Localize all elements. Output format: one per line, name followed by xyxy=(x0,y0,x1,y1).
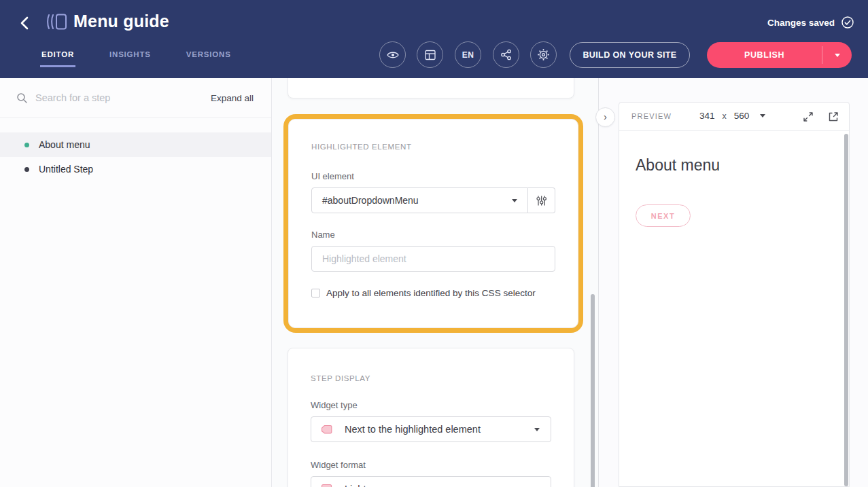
preview-size-separator: x xyxy=(723,111,727,121)
highlighted-element-card-outline: HIGHLIGHTED ELEMENT UI element #aboutDro… xyxy=(283,114,583,333)
preview-next-button[interactable]: NEXT xyxy=(636,204,691,227)
preview-eye-button[interactable] xyxy=(379,41,406,68)
step-item-about-menu[interactable]: About menu xyxy=(0,132,271,157)
expand-diagonal-icon xyxy=(802,111,814,123)
tune-sliders-icon xyxy=(535,194,548,207)
publish-label[interactable]: PUBLISH xyxy=(707,42,822,68)
apply-all-row: Apply to all elements identified by this… xyxy=(311,288,555,298)
share-icon xyxy=(500,48,513,61)
gear-icon xyxy=(537,48,550,61)
ui-element-label: UI element xyxy=(311,171,555,181)
preview-header: PREVIEW 341 x 560 xyxy=(619,103,849,131)
page-title: Menu guide xyxy=(73,12,169,31)
guide-logo-icon xyxy=(46,12,68,31)
chevron-down-icon xyxy=(512,199,517,202)
apply-all-label: Apply to all elements identified by this… xyxy=(326,288,536,298)
collapse-preview-button[interactable]: › xyxy=(595,107,615,127)
card-heading: HIGHLIGHTED ELEMENT xyxy=(311,143,555,151)
highlighted-element-card: HIGHLIGHTED ELEMENT UI element #aboutDro… xyxy=(288,119,578,328)
step-status-dot xyxy=(24,167,29,172)
step-display-card: STEP DISPLAY Widget type Next to the hig… xyxy=(288,348,574,487)
tooltip-widget-icon xyxy=(319,422,334,437)
preview-actions xyxy=(802,111,839,123)
publish-button[interactable]: PUBLISH xyxy=(707,42,852,68)
preview-size-select[interactable]: 341 x 560 xyxy=(699,111,765,121)
name-label: Name xyxy=(311,230,555,240)
card-heading: STEP DISPLAY xyxy=(311,374,551,382)
widget-type-label: Widget type xyxy=(311,400,551,410)
preview-scrollbar-thumb[interactable] xyxy=(844,134,848,486)
preview-width-value: 341 xyxy=(699,111,715,121)
widget-format-select[interactable]: Light xyxy=(311,476,551,487)
language-button[interactable]: EN xyxy=(455,41,481,68)
tab-versions[interactable]: VERSIONS xyxy=(185,50,232,67)
step-item-label: About menu xyxy=(39,139,90,150)
search-icon xyxy=(16,92,28,104)
save-status: Changes saved xyxy=(767,16,854,29)
expand-all-link[interactable]: Expand all xyxy=(211,93,254,103)
widget-format-label: Widget format xyxy=(311,460,551,470)
chevron-down-icon xyxy=(534,428,540,431)
element-name-input[interactable] xyxy=(311,246,555,272)
step-item-untitled-step[interactable]: Untitled Step xyxy=(0,157,271,181)
eye-icon xyxy=(386,48,400,62)
language-label: EN xyxy=(462,50,474,60)
ui-element-value: #aboutDropdownMenu xyxy=(322,195,419,206)
step-status-dot xyxy=(24,143,29,147)
editor-scrollbar-thumb[interactable] xyxy=(591,294,595,487)
open-in-new-window-button[interactable] xyxy=(827,111,839,123)
tab-editor[interactable]: EDITOR xyxy=(40,50,75,67)
widget-type-value: Next to the highlighted element xyxy=(345,424,481,435)
chevron-down-icon xyxy=(760,114,765,118)
check-circle-icon xyxy=(841,16,854,29)
step-search-input[interactable] xyxy=(35,92,211,103)
app-header: Menu guide Changes saved EDITOR INSIGHTS… xyxy=(0,0,868,78)
step-search-row: Expand all xyxy=(0,78,271,118)
build-on-your-site-button[interactable]: BUILD ON YOUR SITE xyxy=(570,42,690,68)
preview-title: PREVIEW xyxy=(631,112,672,120)
selector-settings-button[interactable] xyxy=(528,187,555,213)
tab-insights[interactable]: INSIGHTS xyxy=(108,50,152,67)
format-widget-icon xyxy=(319,482,334,487)
layout-icon xyxy=(424,49,436,61)
chevron-left-icon xyxy=(18,15,33,31)
chevron-down-icon xyxy=(835,54,840,57)
preview-card: PREVIEW 341 x 560 About menu NEXT xyxy=(619,102,850,487)
publish-dropdown-button[interactable] xyxy=(822,42,852,68)
ui-element-select[interactable]: #aboutDropdownMenu xyxy=(311,187,528,213)
layout-button[interactable] xyxy=(417,41,443,68)
step-list: About menu Untitled Step xyxy=(0,132,271,181)
apply-all-checkbox[interactable] xyxy=(311,289,320,297)
save-status-text: Changes saved xyxy=(767,18,835,28)
back-button[interactable] xyxy=(18,15,33,31)
chevron-right-icon: › xyxy=(604,111,607,122)
steps-sidebar: Expand all About menu Untitled Step xyxy=(0,78,272,487)
expand-preview-button[interactable] xyxy=(802,111,814,123)
external-link-icon xyxy=(827,111,839,123)
widget-type-select[interactable]: Next to the highlighted element xyxy=(311,416,551,442)
widget-format-value: Light xyxy=(345,484,366,487)
share-button[interactable] xyxy=(493,41,519,68)
settings-button[interactable] xyxy=(530,41,557,68)
step-item-label: Untitled Step xyxy=(39,164,93,175)
preview-step-title: About menu xyxy=(636,156,849,175)
header-tabs: EDITOR INSIGHTS VERSIONS xyxy=(40,50,232,67)
preview-height-value: 560 xyxy=(734,111,750,121)
